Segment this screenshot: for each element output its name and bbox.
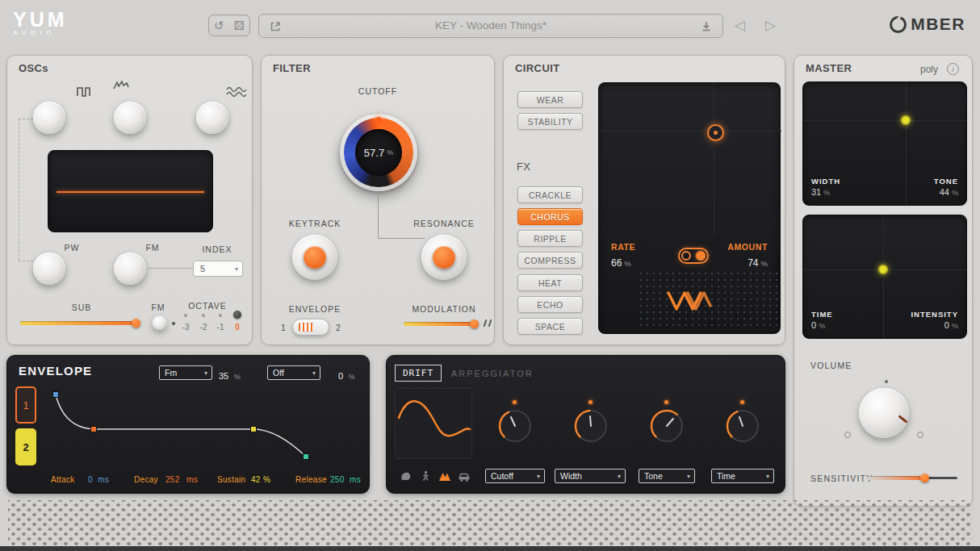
decay-point[interactable] (91, 427, 97, 432)
volume-max-marker (917, 432, 923, 438)
drift-mode-still-icon[interactable] (400, 470, 413, 482)
octave-option-selected[interactable]: 0 (229, 323, 245, 332)
randomize-dice-icon[interactable]: ⚄ (234, 15, 245, 35)
time-value: 0% (811, 317, 825, 332)
modulation-slider-knob[interactable] (470, 319, 479, 328)
envelope-curve-display (44, 385, 364, 470)
env-option-2[interactable]: 2 (336, 323, 341, 332)
chorus-display: RATE 66% AMOUNT 74% (598, 82, 781, 334)
time-intensity-pad[interactable]: TIME 0% INTENSITY 0% (802, 215, 967, 339)
stability-button[interactable]: STABILITY (517, 113, 583, 130)
index-value: 5 (200, 264, 205, 273)
fx-button-echo[interactable]: ECHO (517, 296, 583, 313)
env-option-1[interactable]: 1 (281, 323, 287, 332)
sensitivity-slider-knob[interactable] (920, 474, 929, 482)
drift-knob-4[interactable] (724, 407, 761, 445)
drift-panel: DRIFT ARPEGGIATOR (386, 355, 785, 494)
wear-button[interactable]: WEAR (517, 91, 583, 108)
release-label: Release (295, 475, 327, 484)
chorus-power-toggle[interactable] (678, 248, 709, 264)
attack-point[interactable] (53, 392, 59, 398)
attack-label: Attack (51, 475, 75, 484)
fx-button-space[interactable]: SPACE (517, 318, 583, 335)
chorus-xy-dot[interactable] (707, 124, 724, 141)
index-select[interactable]: 5 ▾ (193, 261, 243, 277)
mod-target-1-select[interactable]: Fm ▾ (159, 365, 212, 380)
drift-target-3-select[interactable]: Tone ▾ (639, 469, 695, 483)
drift-knob-1[interactable] (496, 407, 534, 445)
knob-marker-dot (513, 400, 517, 404)
fx-button-crackle[interactable]: CRACKLE (517, 186, 583, 203)
pw-label: PW (56, 243, 88, 253)
poly-mode-label[interactable]: poly (920, 64, 938, 75)
info-icon[interactable]: i (947, 63, 959, 75)
drift-target-2-value: Width (560, 471, 582, 481)
export-preset-icon[interactable] (269, 20, 282, 36)
width-tone-pad[interactable]: WIDTH 31% TONE 44% (802, 81, 967, 206)
tab-arpeggiator[interactable]: ARPEGGIATOR (451, 369, 534, 378)
routing-line (19, 261, 33, 261)
sub-slider-knob[interactable] (132, 319, 140, 328)
octave-option[interactable]: -3 (178, 323, 194, 332)
drift-target-4-select[interactable]: Time ▾ (711, 469, 774, 483)
power-toggle-knob (696, 251, 706, 261)
osc2-knob[interactable] (114, 102, 146, 134)
modulation-slider[interactable] (404, 322, 475, 326)
octave-notch (219, 314, 222, 317)
pw-knob[interactable] (33, 253, 65, 285)
mod-target-2-select[interactable]: Off ▾ (267, 365, 320, 380)
knob-marker-dot (740, 400, 744, 404)
resonance-knob[interactable] (421, 235, 467, 280)
knob-marker-dot (664, 400, 668, 404)
fx-button-ripple[interactable]: RIPPLE (517, 230, 583, 247)
envelope-panel: ENVELOPE Fm ▾ 35 % Off ▾ 0 % 1 2 Attack … (6, 355, 370, 494)
octave-selector-knob[interactable] (233, 311, 241, 319)
sustain-point[interactable] (251, 427, 257, 432)
drift-mode-drive-icon[interactable] (458, 470, 471, 482)
ember-logo-icon (890, 16, 907, 33)
history-random-group: ↺ ⚄ (208, 15, 250, 36)
drift-knob-3[interactable] (648, 407, 685, 445)
width-tone-pad-dot[interactable] (901, 115, 911, 125)
width-value: 31% (811, 184, 830, 198)
sub-slider[interactable] (20, 321, 136, 325)
yum-audio-logo: YUM AUDIO (13, 10, 68, 36)
drift-curve (399, 401, 470, 436)
osc1-knob[interactable] (33, 102, 65, 134)
tab-drift[interactable]: DRIFT (395, 365, 442, 382)
drift-target-1-select[interactable]: Cutoff ▾ (485, 469, 545, 483)
envelope-tab-2[interactable]: 2 (15, 428, 36, 465)
save-download-icon[interactable] (700, 20, 713, 36)
drift-knob-2[interactable] (572, 407, 609, 445)
fx-button-compress[interactable]: COMPRESS (517, 252, 583, 269)
drift-target-4-value: Time (717, 471, 735, 481)
undo-icon[interactable]: ↺ (214, 15, 224, 35)
chevron-down-icon: ▾ (618, 473, 621, 480)
previous-preset-button[interactable]: ◁ (735, 17, 745, 34)
keytrack-knob[interactable] (292, 235, 337, 280)
fm-knob[interactable] (114, 253, 146, 285)
octave-notch (202, 314, 205, 317)
fx-button-chorus[interactable]: CHORUS (517, 208, 583, 225)
envelope-tab-1[interactable]: 1 (15, 386, 36, 424)
envelope-toggle[interactable] (292, 319, 329, 336)
volume-knob[interactable] (859, 388, 909, 438)
octave-option[interactable]: -1 (212, 323, 228, 332)
cutoff-knob[interactable]: 57.7 % (340, 114, 417, 191)
drift-mode-walk-icon[interactable] (419, 470, 432, 482)
osc3-knob[interactable] (196, 102, 228, 134)
sensitivity-slider-remainder[interactable] (925, 477, 957, 479)
time-intensity-pad-dot[interactable] (878, 265, 888, 274)
fm-toggle[interactable] (153, 316, 166, 330)
fx-button-heat[interactable]: HEAT (517, 274, 583, 291)
next-preset-button[interactable]: ▷ (765, 17, 776, 34)
preset-bar[interactable]: KEY - Wooden Things* (258, 14, 723, 38)
octave-option[interactable]: -2 (195, 323, 211, 332)
drift-target-2-select[interactable]: Width ▾ (555, 469, 626, 483)
drift-mode-hike-icon[interactable] (438, 470, 451, 482)
amount-value: 74% (748, 255, 768, 269)
sensitivity-slider[interactable] (867, 476, 925, 480)
osc-waveform-display[interactable] (48, 150, 213, 232)
release-point[interactable] (304, 454, 309, 460)
perforated-texture (8, 500, 972, 545)
